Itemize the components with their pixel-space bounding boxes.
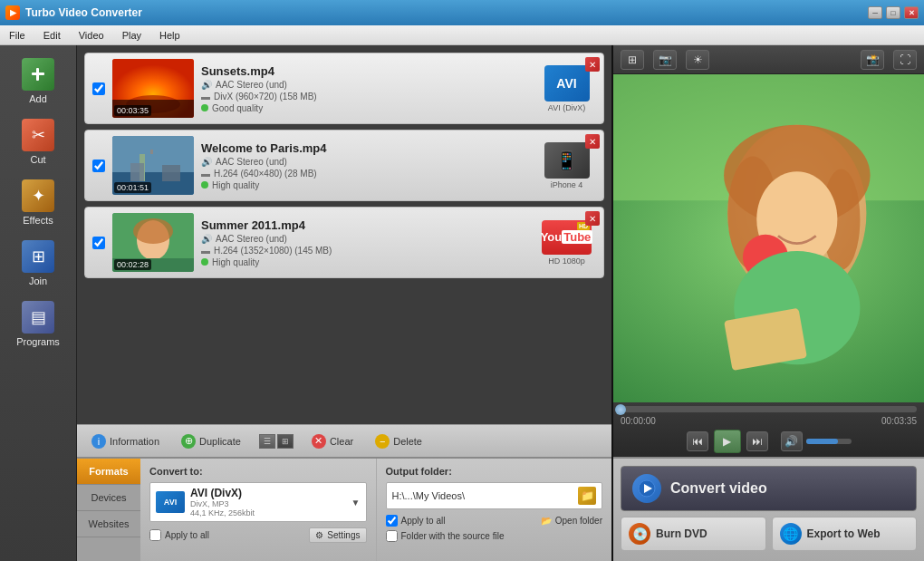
information-label: Information [110,436,159,447]
open-folder-button[interactable]: 📂 Open folder [541,516,602,526]
burn-dvd-label: Burn DVD [656,527,707,540]
title-bar: ▶ Turbo Video Converter ─ □ ✕ [0,0,924,25]
format-badge-summer: YouTube HD HD 1080p [537,220,596,266]
menu-file[interactable]: File [5,28,29,43]
apply-all-checkbox[interactable] [149,529,161,541]
prev-button[interactable]: ⏮ [687,431,708,451]
web-icon: 🌐 [780,523,802,545]
sidebar-programs-label: Programs [16,336,60,347]
tab-formats[interactable]: Formats [77,459,140,485]
browse-folder-button[interactable]: 📁 [578,487,596,505]
restore-button[interactable]: □ [886,6,900,19]
dropdown-arrow-icon[interactable]: ▼ [351,498,361,508]
file-name-sunsets: Sunsets.mp4 [201,64,530,78]
clear-button[interactable]: ✕ Clear [308,432,357,450]
menu-video[interactable]: Video [75,28,108,43]
seek-bar[interactable] [621,406,917,412]
file-info-sunsets: Sunsets.mp4 🔊 AAC Stereo (und) ▬ DivX (9… [201,64,530,113]
list-view-button[interactable]: ☰ [259,434,275,449]
clear-label: Clear [330,436,353,447]
apply-all-label: Apply to all [165,530,209,540]
file-quality-sunsets: Good quality [201,103,530,113]
burn-dvd-button[interactable]: 💿 Burn DVD [621,517,766,551]
sidebar-item-programs[interactable]: ▤ Programs [6,295,70,353]
close-button[interactable]: ✕ [904,6,919,19]
volume-control: 🔊 [781,431,852,451]
add-icon [22,58,54,91]
title-bar-left: ▶ Turbo Video Converter [5,5,142,20]
source-folder-checkbox[interactable] [386,530,398,542]
sidebar-item-effects[interactable]: ✦ Effects [6,174,70,231]
settings-icon: ⚙ [315,530,323,540]
convert-selector[interactable]: AVI AVI (DivX) DivX, MP3 44,1 KHz, 256kb… [149,482,367,522]
svg-rect-10 [162,165,180,181]
duplicate-button[interactable]: ⊕ Duplicate [178,432,245,450]
source-folder-label: Folder with the source file [401,531,505,541]
tab-websites[interactable]: Websites [77,511,140,537]
format-tabs: Formats Devices Websites [77,459,140,561]
seek-thumb[interactable] [615,404,626,415]
export-web-button[interactable]: 🌐 Export to Web [772,517,918,551]
apply-to-all-checkbox[interactable] [386,515,398,527]
file-checkbox-sunsets[interactable] [92,82,105,95]
fullscreen-button[interactable]: ⛶ [893,50,917,70]
next-button[interactable]: ⏭ [746,431,768,451]
audio-icon-summer: 🔊 [201,234,212,244]
grid-view-button[interactable]: ⊞ [277,434,294,449]
crop-tool-button[interactable]: ⊞ [621,50,644,70]
video-icon-sunsets: ▬ [201,92,210,102]
file-item-summer: 00:02:28 Summer 2011.mp4 🔊 AAC Stereo (u… [84,207,604,278]
remove-paris-button[interactable]: ✕ [585,134,600,149]
play-button[interactable]: ▶ [714,430,741,453]
output-path: H:\...\My Videos\ [392,490,575,501]
convert-sub-buttons: 💿 Burn DVD 🌐 Export to Web [621,517,917,551]
iphone-format-icon: 📱 [544,142,590,179]
volume-bar[interactable] [806,439,852,444]
format-name: AVI (DivX) [190,487,346,499]
convert-btn-icon [632,474,661,503]
cut-icon: ✂ [22,119,54,151]
remove-sunsets-button[interactable]: ✕ [585,57,600,72]
file-checkbox-paris[interactable] [92,160,105,172]
volume-fill [806,439,838,444]
svg-point-13 [133,218,173,244]
file-video-summer: ▬ H.264 (1352×1080) (145 MB) [201,246,530,256]
brightness-tool-button[interactable]: ☀ [686,50,709,70]
delete-icon: − [375,434,390,449]
format-label-paris: iPhone 4 [551,180,583,189]
quality-dot-sunsets [201,104,208,111]
youtube-format-icon: YouTube HD [542,220,592,255]
sidebar-item-join[interactable]: ⊞ Join [6,235,70,292]
screenshot-tool-button[interactable]: 📷 [653,50,677,70]
file-toolbar: i Information ⊕ Duplicate ☰ ⊞ ✕ Clear − … [77,424,611,457]
apply-to-all-label: Apply to all [401,516,446,526]
sidebar-join-label: Join [29,276,47,286]
preview-svg [613,74,924,402]
file-checkbox-summer[interactable] [92,237,105,249]
dvd-icon: 💿 [629,523,650,545]
convert-video-button[interactable]: Convert video [621,466,917,511]
tab-devices[interactable]: Devices [77,485,140,511]
capture-button[interactable]: 📸 [861,50,884,70]
menu-play[interactable]: Play [119,28,145,43]
duration-sunsets: 00:03:35 [114,105,151,116]
sidebar-item-cut[interactable]: ✂ Cut [6,113,70,170]
information-button[interactable]: i Information [88,432,163,450]
thumbnail-summer: 00:02:28 [112,213,194,272]
settings-button[interactable]: ⚙ Settings [309,527,366,543]
convert-video-label: Convert video [670,480,767,497]
remove-summer-button[interactable]: ✕ [585,211,600,226]
file-quality-summer: High quality [201,257,530,267]
format-label-summer: HD 1080p [548,256,585,266]
apply-all-checkbox-group: Apply to all [149,529,209,541]
file-list: 00:03:35 Sunsets.mp4 🔊 AAC Stereo (und) … [77,45,611,424]
menu-help[interactable]: Help [156,28,184,43]
sidebar: Add ✂ Cut ✦ Effects ⊞ Join ▤ Programs [0,45,77,561]
minimize-button[interactable]: ─ [868,6,882,19]
menu-edit[interactable]: Edit [40,28,64,43]
clear-icon: ✕ [312,434,326,449]
convert-label: Convert to: [149,466,367,477]
volume-icon-button[interactable]: 🔊 [781,431,803,451]
sidebar-item-add[interactable]: Add [6,53,70,110]
delete-button[interactable]: − Delete [371,432,426,450]
